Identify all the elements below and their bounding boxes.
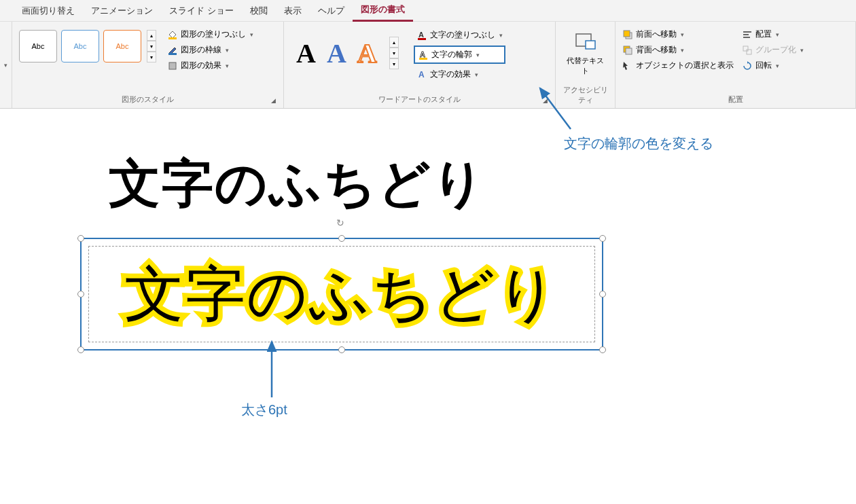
gallery-down-icon[interactable]: ▾	[147, 41, 156, 52]
svg-rect-4	[418, 38, 426, 40]
wordart-preset-2[interactable]: A	[327, 37, 346, 69]
annotation-thickness: 太さ6pt	[241, 401, 287, 419]
text-outline-icon: A	[418, 50, 429, 60]
alt-text-button[interactable]: 代替テキスト	[560, 24, 611, 83]
gallery-down-icon[interactable]: ▾	[389, 48, 399, 58]
wordart-preset-3[interactable]: A	[357, 37, 377, 69]
chevron-down-icon: ▾	[776, 62, 779, 69]
tab-animations[interactable]: アニメーション	[83, 1, 161, 21]
chevron-down-icon: ▾	[475, 71, 478, 78]
resize-handle[interactable]	[77, 346, 84, 353]
rotate-button[interactable]: 回転 ▾	[742, 60, 804, 71]
shape-fill-button[interactable]: 図形の塗りつぶし ▾	[167, 29, 253, 40]
resize-handle[interactable]	[599, 235, 606, 242]
tab-transitions[interactable]: 画面切り替え	[14, 1, 83, 21]
tab-help[interactable]: ヘルプ	[310, 1, 353, 21]
tab-view[interactable]: 表示	[276, 1, 310, 21]
shape-style-preset-1[interactable]: Abc	[19, 30, 57, 62]
svg-text:A: A	[420, 50, 425, 58]
shape-style-gallery[interactable]: Abc Abc Abc ▴ ▾ ▾	[16, 24, 159, 68]
rotate-label: 回転	[755, 60, 772, 71]
tab-shape-format[interactable]: 図形の書式	[353, 0, 413, 22]
shape-effects-button[interactable]: 図形の効果 ▾	[167, 60, 253, 71]
ribbon-collapse[interactable]: ▾	[0, 22, 12, 108]
alt-text-icon	[573, 31, 598, 53]
shape-style-preset-2[interactable]: Abc	[61, 30, 99, 62]
group-icon	[742, 45, 753, 56]
resize-handle[interactable]	[338, 235, 345, 242]
wordart-gallery[interactable]: A A A ▴ ▾ ▾	[288, 24, 407, 82]
chevron-down-icon: ▾	[800, 47, 804, 54]
gallery-more-icon[interactable]: ▾	[147, 52, 156, 62]
tab-slideshow[interactable]: スライド ショー	[161, 1, 242, 21]
dialog-launcher-icon[interactable]: ◢	[543, 97, 551, 105]
group-label-shape-styles: 図形のスタイル	[16, 92, 279, 107]
group-objects-button[interactable]: グループ化 ▾	[742, 44, 804, 56]
text-effects-button[interactable]: A 文字の効果 ▾	[414, 67, 505, 82]
chevron-down-icon: ▾	[476, 52, 480, 58]
resize-handle[interactable]	[599, 346, 606, 353]
shape-style-preset-3[interactable]: Abc	[103, 30, 141, 62]
text-fill-button[interactable]: A 文字の塗りつぶし ▾	[414, 27, 505, 43]
svg-rect-16	[743, 37, 750, 38]
text-outline-label: 文字の輪郭	[431, 49, 472, 60]
rotate-handle-icon[interactable]: ↻	[336, 217, 347, 228]
selection-pane-label: オブジェクトの選択と表示	[636, 60, 734, 71]
bring-forward-icon	[622, 29, 633, 40]
group-arrange: 前面へ移動 ▾ 背面へ移動 ▾ オブジェクトの選択と	[616, 22, 856, 108]
bring-forward-button[interactable]: 前面へ移動 ▾	[622, 29, 734, 40]
effects-icon	[167, 60, 178, 71]
selection-pane-button[interactable]: オブジェクトの選択と表示	[622, 60, 734, 71]
annotation-outline-color: 文字の輪郭の色を変える	[564, 134, 713, 153]
gallery-up-icon[interactable]: ▴	[147, 30, 156, 41]
shape-outline-button[interactable]: 図形の枠線 ▾	[167, 44, 253, 56]
svg-rect-2	[169, 62, 176, 69]
shape-effects-label: 図形の効果	[181, 60, 221, 71]
align-label: 配置	[755, 29, 772, 40]
svg-rect-6	[419, 58, 427, 60]
group-shape-styles: Abc Abc Abc ▴ ▾ ▾ 図形の塗りつぶし ▾	[12, 22, 284, 108]
resize-handle[interactable]	[77, 291, 84, 298]
group-label-arrange: 配置	[620, 92, 851, 107]
resize-handle[interactable]	[77, 235, 84, 242]
shape-fill-label: 図形の塗りつぶし	[181, 29, 246, 40]
chevron-down-icon: ▾	[226, 62, 229, 69]
chevron-down-icon: ▾	[776, 31, 779, 38]
chevron-down-icon: ▾	[250, 31, 253, 38]
slide-title-text[interactable]: 文字のふちどり	[109, 149, 486, 219]
svg-rect-11	[624, 31, 630, 37]
chevron-down-icon: ▾	[681, 47, 684, 54]
group-label-accessibility: アクセシビリティ	[560, 83, 611, 107]
svg-rect-15	[743, 34, 749, 35]
svg-rect-9	[586, 41, 595, 49]
wordart-preset-1[interactable]: A	[296, 37, 316, 69]
gallery-up-icon[interactable]: ▴	[389, 37, 399, 48]
text-outline-button[interactable]: A 文字の輪郭 ▾	[414, 46, 505, 64]
align-icon	[742, 29, 753, 40]
outlined-text[interactable]: 文字のふちどり 文字のふちどり	[124, 264, 559, 324]
resize-handle[interactable]	[599, 291, 606, 298]
gallery-more-icon[interactable]: ▾	[389, 58, 399, 69]
dialog-launcher-icon[interactable]: ◢	[271, 97, 279, 105]
selected-textbox[interactable]: ↻ 文字のふちどり 文字のふちどり	[80, 238, 603, 350]
align-button[interactable]: 配置 ▾	[742, 29, 804, 40]
paint-bucket-icon	[167, 29, 178, 40]
slide-canvas[interactable]: 文字の輪郭の色を変える 文字のふちどり ↻ 文字のふちどり 文字のふちどり 太さ…	[0, 109, 856, 504]
rotate-icon	[742, 60, 753, 71]
bring-forward-label: 前面へ移動	[636, 29, 677, 40]
group-wordart-styles: A A A ▴ ▾ ▾ A 文字の塗りつぶし ▾	[284, 22, 556, 108]
send-backward-button[interactable]: 背面へ移動 ▾	[622, 44, 734, 56]
text-fill-icon: A	[416, 30, 427, 41]
svg-rect-13	[626, 48, 632, 54]
resize-handle[interactable]	[338, 346, 345, 353]
svg-text:A: A	[418, 70, 425, 79]
chevron-down-icon: ▾	[681, 31, 684, 38]
svg-rect-0	[168, 37, 177, 39]
shape-outline-label: 図形の枠線	[181, 44, 221, 56]
send-backward-label: 背面へ移動	[636, 44, 677, 56]
group-label-wordart: ワードアートのスタイル	[288, 92, 551, 107]
svg-rect-1	[168, 53, 177, 55]
tab-review[interactable]: 校閲	[242, 1, 276, 21]
chevron-down-icon: ▾	[499, 32, 503, 39]
text-effects-icon: A	[416, 69, 427, 80]
